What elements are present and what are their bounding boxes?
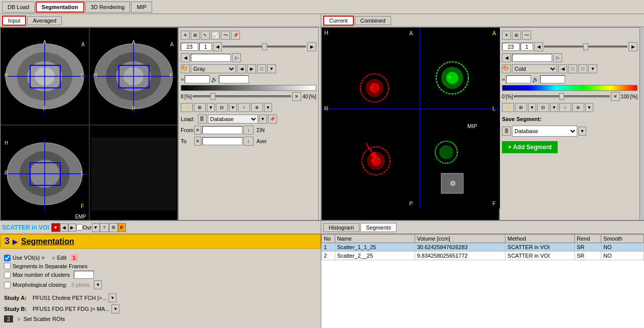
frame-num-input-right[interactable] <box>502 43 520 51</box>
right-arrow-sub-right[interactable]: ▷ <box>553 53 562 62</box>
frame-sub-input-left[interactable] <box>199 43 212 51</box>
scan-cell-bl[interactable]: R L H F EMP <box>1 125 89 223</box>
tab-averaged[interactable]: Averaged <box>27 16 62 25</box>
load-db-icon[interactable]: 🗄 <box>198 115 207 124</box>
scan-cell-tr[interactable]: A A H F P <box>89 28 178 125</box>
max-clusters-checkbox[interactable] <box>4 272 11 278</box>
tab-3d-rendering[interactable]: 3D Rendering <box>85 2 131 13</box>
tab-db-load[interactable]: DB Load <box>2 2 35 13</box>
min-input-right[interactable]: 0.0 <box>506 75 531 83</box>
left-arrow-sub[interactable]: ◀ <box>181 53 190 62</box>
table-row[interactable]: 1 Scatter_1_1_25 30.62425847626283 SCATT… <box>322 243 644 252</box>
icon-wave-right[interactable]: 〜 <box>522 31 531 40</box>
color-play-left[interactable]: ▶ <box>247 64 256 73</box>
action4-left[interactable]: ○ <box>238 103 250 112</box>
color-opt2-right[interactable]: □ <box>578 64 587 73</box>
settings-btn[interactable]: ⚙ <box>109 223 118 232</box>
color-opt1-left[interactable]: □ <box>257 64 266 73</box>
mip-image-area[interactable]: A A R L P H F + + <box>321 27 499 234</box>
pct-slider-right[interactable] <box>514 95 610 97</box>
action1-left[interactable]: ⚡ <box>181 103 193 112</box>
color-opt3-right[interactable]: ▼ <box>588 64 597 73</box>
prev-frame-btn-left[interactable]: ◀ <box>213 42 222 51</box>
icon-wave[interactable]: 〜 <box>221 31 230 40</box>
to-up[interactable]: ↕ <box>243 137 253 146</box>
table-row[interactable]: 2 Scatter_2__25 9.834258025651772 SCATTE… <box>322 252 644 260</box>
db-select-right[interactable]: Database <box>512 126 577 137</box>
icon-pin[interactable]: 📌 <box>231 31 240 40</box>
action5b-right[interactable]: ▼ <box>585 103 593 112</box>
use-voi-checkbox[interactable] <box>4 255 11 261</box>
action5b-left[interactable]: ▼ <box>264 103 272 112</box>
morphological-checkbox[interactable] <box>4 282 11 288</box>
max-input-right[interactable]: 2.0 <box>540 75 565 83</box>
sub-input-left[interactable] <box>191 54 231 62</box>
action3-right[interactable]: ⊟ <box>537 103 549 112</box>
from-up[interactable]: ↕ <box>243 126 253 135</box>
action3-left[interactable]: ⊟ <box>216 103 228 112</box>
tab-combined[interactable]: Combined <box>355 16 391 25</box>
icon-chart[interactable]: 📈 <box>211 31 220 40</box>
action2-left[interactable]: ⊞ <box>194 103 206 112</box>
scan-cell-tl[interactable]: A A R L P <box>1 28 89 125</box>
action5-right[interactable]: ⊕ <box>572 103 584 112</box>
action2-right[interactable]: ⊞ <box>515 103 527 112</box>
max-clusters-input[interactable] <box>74 271 94 279</box>
frame-slider-right[interactable] <box>544 46 627 48</box>
f-btn[interactable]: F <box>118 223 126 232</box>
frame-num-input-left[interactable] <box>181 43 198 51</box>
study-b-dropdown[interactable]: ▼ <box>111 304 119 313</box>
action2b-right[interactable]: ▼ <box>528 103 536 112</box>
separate-frames-checkbox[interactable] <box>4 263 11 269</box>
from-input[interactable] <box>202 126 242 134</box>
from-x[interactable]: ✕ <box>194 126 201 135</box>
tab-segments[interactable]: Segments <box>360 223 397 232</box>
pct-x-left[interactable]: ✕ <box>292 92 301 101</box>
ovr-checkbox[interactable] <box>76 224 83 231</box>
tab-mip[interactable]: MIP <box>131 2 152 13</box>
max-input-left[interactable]: 3.7801 <box>219 75 249 83</box>
pct-slider-left[interactable] <box>193 95 291 97</box>
morph-dropdown[interactable]: ▼ <box>94 280 102 289</box>
colormap-select-left[interactable]: Gray <box>191 64 236 73</box>
icon-cursor[interactable]: ↖ <box>201 31 210 40</box>
pct-x-right[interactable]: ✕ <box>611 92 620 101</box>
scatter-prev[interactable]: ◀ <box>60 224 68 232</box>
load-db-dropdown[interactable]: ▼ <box>259 115 267 124</box>
action5-left[interactable]: ⊕ <box>251 103 263 112</box>
left-arrow-sub-right[interactable]: ◀ <box>502 53 511 62</box>
tab-segmentation[interactable]: Segmentation <box>36 2 84 13</box>
action3b-right[interactable]: ▼ <box>550 103 558 112</box>
study-a-dropdown[interactable]: ▼ <box>108 293 116 302</box>
db-dropdown-right[interactable]: ▼ <box>578 127 586 136</box>
action3b-left[interactable]: ▼ <box>229 103 237 112</box>
load-db-select[interactable]: Database <box>208 115 258 124</box>
icon-grid[interactable]: ⊞ <box>191 31 200 40</box>
add-segment-button[interactable]: + Add Segment <box>502 141 558 153</box>
help-btn[interactable]: ? <box>100 223 109 232</box>
to-x[interactable]: ✕ <box>194 137 201 146</box>
tab-input[interactable]: Input <box>2 16 26 26</box>
icon-brightness[interactable]: ☀ <box>181 31 190 40</box>
tab-current[interactable]: Current <box>323 16 354 26</box>
scatter-dropdown-btn[interactable]: ▼ <box>51 223 60 232</box>
sub-input-right[interactable] <box>512 54 552 62</box>
db-icon-right[interactable]: 🗄 <box>502 127 511 136</box>
color-opt2-left[interactable]: ▼ <box>267 64 276 73</box>
scan-cell-br[interactable] <box>89 125 178 223</box>
ovr-dropdown[interactable]: ▼ <box>92 223 100 232</box>
right-arrow-sub[interactable]: ▷ <box>232 53 241 62</box>
action4-right[interactable]: ○ <box>559 103 571 112</box>
colormap-select-right[interactable]: Cold <box>512 64 557 73</box>
next-frame-btn-left[interactable]: ▶ <box>307 42 316 51</box>
tab-histogram[interactable]: Histogram <box>323 223 359 232</box>
action2b-left[interactable]: ▼ <box>207 103 215 112</box>
min-input-left[interactable]: 0.0 <box>185 75 210 83</box>
color-prev-left[interactable]: ◀ <box>237 64 246 73</box>
next-frame-btn-right[interactable]: ▶ <box>628 42 637 51</box>
action1-right[interactable]: ⚡ <box>502 103 514 112</box>
icon-grid-right[interactable]: ⊞ <box>512 31 521 40</box>
color-opt1-right[interactable]: □ <box>568 64 577 73</box>
icon-brightness-right[interactable]: ☀ <box>502 31 511 40</box>
color-prev-right[interactable]: ◀ <box>558 64 567 73</box>
